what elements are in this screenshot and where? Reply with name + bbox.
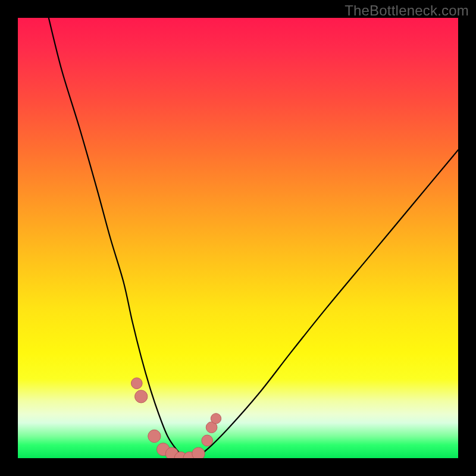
chart-frame: TheBottleneck.com [0,0,476,476]
curve-marker [135,390,148,403]
curve-marker [148,430,161,442]
curve-markers [131,378,221,458]
curve-marker [131,378,142,389]
curve-marker [192,447,205,458]
curve-marker [211,414,221,424]
curve-layer [18,18,458,458]
curve-marker [202,435,213,446]
plot-area [18,18,458,458]
watermark-text: TheBottleneck.com [345,2,469,19]
bottleneck-curve-path [49,18,458,458]
bottleneck-curve [49,18,458,458]
